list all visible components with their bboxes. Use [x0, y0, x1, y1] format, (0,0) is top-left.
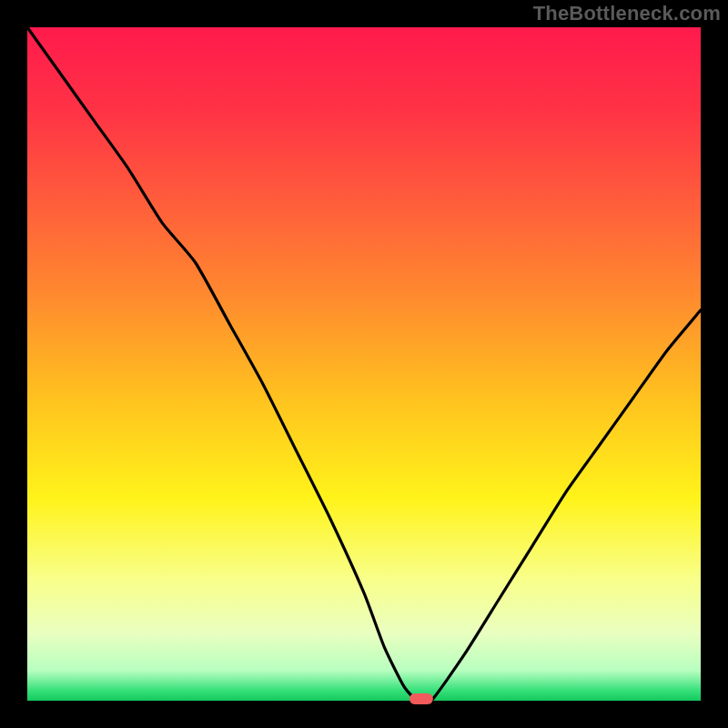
- bottleneck-chart: [0, 0, 728, 728]
- optimal-marker: [410, 693, 433, 704]
- attribution-label: TheBottleneck.com: [533, 2, 721, 25]
- chart-container: TheBottleneck.com: [0, 0, 728, 728]
- gradient-background: [27, 27, 701, 701]
